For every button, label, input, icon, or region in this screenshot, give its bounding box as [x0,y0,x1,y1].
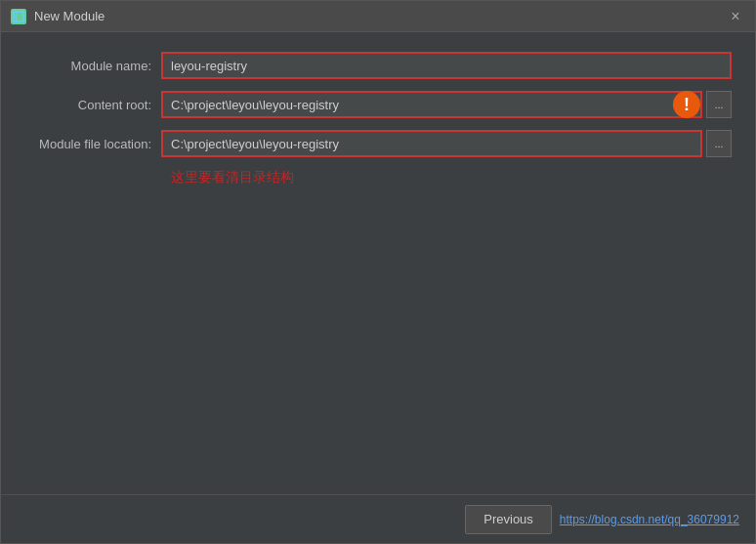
module-file-location-label: Module file location: [24,137,161,151]
module-file-location-input-wrapper: ... [161,130,732,157]
title-bar: New Module × [1,1,755,32]
new-module-dialog: New Module × Module name: Content root: … [0,0,756,544]
module-name-input-wrapper [161,52,732,79]
title-bar-left: New Module [11,9,105,24]
content-root-label: Content root: [24,98,161,112]
content-root-input[interactable] [161,91,702,118]
content-root-browse-button[interactable]: ... [706,91,732,118]
warning-icon-container: ! [671,89,702,120]
dialog-title: New Module [34,9,105,23]
warning-icon: ! [673,91,700,118]
url-link[interactable]: https://blog.csdn.net/qq_36079912 [560,513,739,526]
module-file-location-row: Module file location: ... [24,130,732,157]
content-root-row: Content root: ! ... [24,91,732,118]
close-button[interactable]: × [726,7,745,26]
svg-rect-0 [14,12,23,21]
module-file-location-browse-button[interactable]: ... [706,130,732,157]
dialog-content: Module name: Content root: ! ... Module … [1,32,755,494]
module-name-input[interactable] [161,52,732,79]
previous-button[interactable]: Previous [465,505,552,534]
annotation-text: 这里要看清目录结构 [171,169,732,187]
content-root-input-wrapper: ! ... [161,91,732,118]
module-file-location-input[interactable] [161,130,702,157]
dialog-footer: Previous https://blog.csdn.net/qq_360799… [1,494,755,543]
module-name-row: Module name: [24,52,732,79]
module-icon [11,9,26,24]
module-name-label: Module name: [24,59,161,73]
